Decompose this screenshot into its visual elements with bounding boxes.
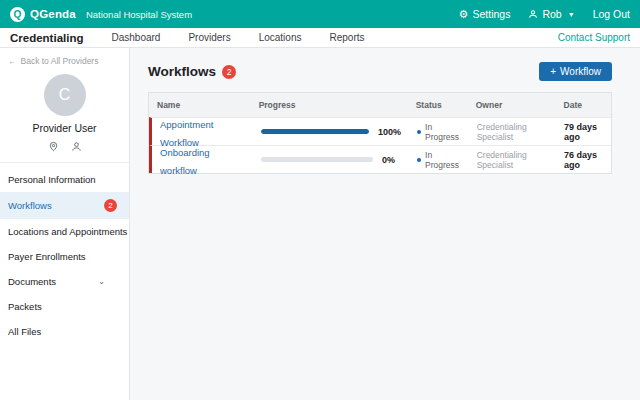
nav-item-providers[interactable]: Providers (188, 32, 230, 43)
status-dot-icon (417, 158, 421, 162)
workflows-count-badge: 2 (104, 199, 117, 212)
progress-label: 0% (382, 155, 395, 165)
progress-bar (261, 157, 373, 162)
status-cell: In Progress (409, 150, 469, 170)
logout-label: Log Out (593, 8, 630, 20)
nav-item-locations[interactable]: Locations (259, 32, 302, 43)
main-header: Workflows 2 + Workflow (148, 62, 612, 81)
chevron-down-icon: ⌄ (98, 277, 105, 286)
user-menu[interactable]: Rob ▼ (528, 8, 574, 20)
status-label: In Progress (425, 150, 461, 170)
topbar: Q QGenda National Hospital System ⚙ Sett… (0, 0, 640, 28)
back-arrow-icon: ← (8, 56, 17, 66)
avatar: C (44, 74, 86, 116)
main-content: Workflows 2 + Workflow Name Progress Sta… (130, 48, 640, 400)
sidebar-item-label: Packets (8, 301, 42, 312)
app-root: Q QGenda National Hospital System ⚙ Sett… (0, 0, 640, 400)
owner-cell: Credentialing Specialist (469, 150, 556, 170)
sidebar: ← Back to All Providers C Provider User … (0, 48, 130, 400)
date-cell: 76 days ago (556, 150, 611, 170)
progress-cell: 100% (253, 127, 409, 137)
sidebar-item-packets[interactable]: Packets (0, 294, 129, 319)
sidebar-item-personal-information[interactable]: Personal Information (0, 167, 129, 192)
sidebar-item-all-files[interactable]: All Files (0, 319, 129, 344)
progress-label: 100% (378, 127, 401, 137)
table-row[interactable]: Onboarding workflow 0% In Progress Crede… (149, 145, 611, 173)
sidebar-item-workflows[interactable]: Workflows 2 (0, 192, 129, 219)
progress-bar-fill (261, 129, 369, 134)
provider-name: Provider User (0, 122, 129, 134)
sidebar-item-label: Payer Enrollments (8, 251, 86, 262)
sidebar-item-label: Locations and Appointments (8, 226, 127, 237)
page-title: Workflows (148, 64, 216, 79)
profile-icons (0, 134, 129, 160)
avatar-letter: C (59, 86, 71, 104)
column-header-owner[interactable]: Owner (468, 93, 556, 117)
person-outline-icon[interactable] (71, 141, 82, 152)
settings-button[interactable]: ⚙ Settings (459, 8, 511, 20)
status-dot-icon (417, 130, 421, 134)
qgenda-logo-icon: Q (10, 7, 25, 22)
workflows-count-badge: 2 (222, 65, 236, 79)
column-header-date[interactable]: Date (556, 93, 611, 117)
workflows-table: Name Progress Status Owner Date Appointm… (148, 92, 612, 174)
progress-cell: 0% (253, 155, 409, 165)
sidebar-menu: Personal Information Workflows 2 Locatio… (0, 162, 129, 344)
status-cell: In Progress (409, 122, 469, 142)
topbar-actions: ⚙ Settings Rob ▼ Log Out (441, 8, 630, 20)
sidebar-item-documents[interactable]: Documents ⌄ (0, 269, 129, 294)
location-pin-icon[interactable] (48, 141, 59, 152)
progress-bar (261, 129, 369, 134)
nav-item-reports[interactable]: Reports (329, 32, 364, 43)
gear-icon: ⚙ (459, 9, 469, 20)
column-header-status[interactable]: Status (408, 93, 468, 117)
org-name: National Hospital System (86, 9, 192, 20)
add-workflow-label: Workflow (560, 66, 601, 77)
workflow-name-cell: Onboarding workflow (152, 142, 253, 178)
owner-cell: Credentialing Specialist (469, 122, 556, 142)
settings-label: Settings (472, 8, 510, 20)
app-title: Credentialing (10, 32, 83, 44)
add-workflow-button[interactable]: + Workflow (539, 62, 612, 81)
sidebar-item-locations-and-appointments[interactable]: Locations and Appointments (0, 219, 129, 244)
chevron-down-icon: ▼ (568, 11, 575, 18)
logo-letter: Q (14, 9, 22, 20)
person-icon (528, 9, 538, 19)
main-nav: Credentialing Dashboard Providers Locati… (0, 28, 640, 48)
brand-name: QGenda (30, 8, 76, 20)
plus-icon: + (550, 66, 556, 77)
sidebar-item-payer-enrollments[interactable]: Payer Enrollments (0, 244, 129, 269)
sidebar-item-label: Personal Information (8, 174, 96, 185)
back-link[interactable]: ← Back to All Providers (0, 48, 129, 70)
status-label: In Progress (425, 122, 461, 142)
sidebar-item-label: Workflows (8, 200, 52, 211)
sidebar-item-label: All Files (8, 326, 41, 337)
workflow-link[interactable]: Onboarding workflow (160, 147, 210, 176)
contact-support-link[interactable]: Contact Support (558, 32, 630, 43)
column-header-progress[interactable]: Progress (251, 93, 408, 117)
sidebar-item-label: Documents (8, 276, 56, 287)
content-row: ← Back to All Providers C Provider User … (0, 48, 640, 400)
nav-item-dashboard[interactable]: Dashboard (111, 32, 160, 43)
back-label: Back to All Providers (21, 56, 99, 66)
date-cell: 79 days ago (556, 122, 611, 142)
user-label: Rob (542, 8, 561, 20)
logout-button[interactable]: Log Out (593, 8, 630, 20)
